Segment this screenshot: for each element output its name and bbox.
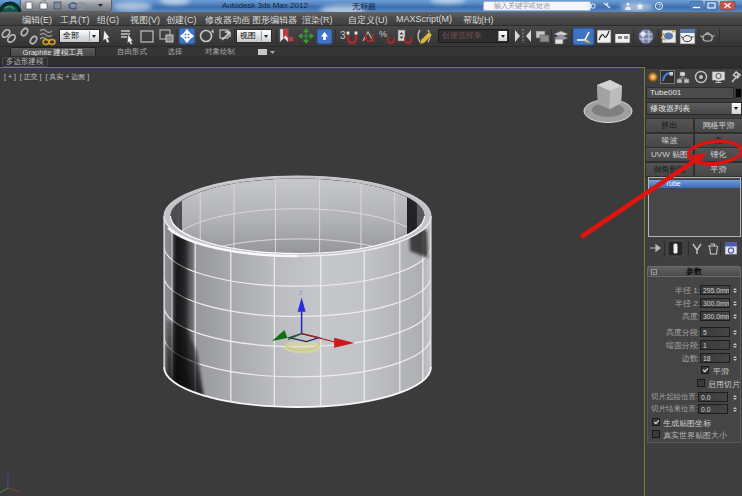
svg-text:%: %: [379, 29, 387, 39]
svg-text:z: z: [299, 289, 302, 296]
svg-text:3: 3: [340, 30, 346, 41]
svg-text:?: ?: [657, 3, 661, 10]
